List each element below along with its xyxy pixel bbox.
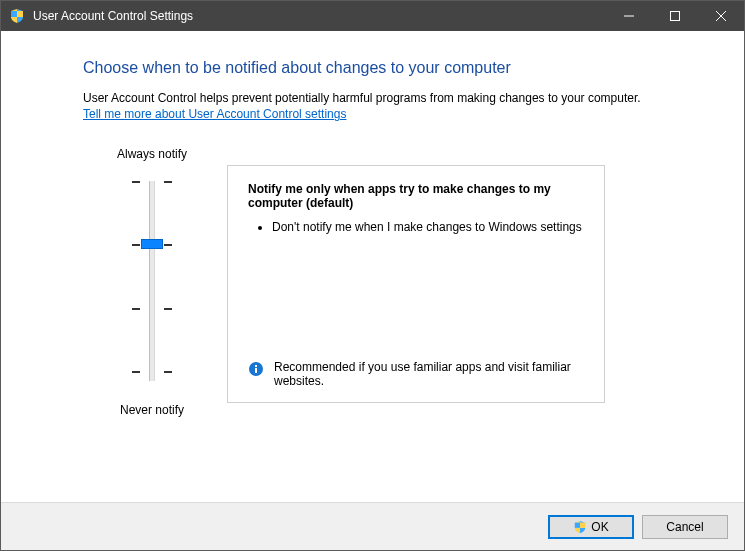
slider-tick — [132, 371, 172, 372]
slider-thumb[interactable] — [141, 239, 163, 249]
slider-tick — [132, 308, 172, 309]
page-description: User Account Control helps prevent poten… — [83, 91, 684, 105]
panel-title: Notify me only when apps try to make cha… — [248, 182, 584, 210]
uac-shield-icon — [573, 520, 587, 534]
slider-label-top: Always notify — [117, 147, 187, 161]
close-button[interactable] — [698, 1, 744, 31]
titlebar[interactable]: User Account Control Settings — [1, 1, 744, 31]
slider-tick — [132, 181, 172, 182]
panel-bullet: Don't notify me when I make changes to W… — [272, 220, 584, 234]
svg-rect-1 — [671, 12, 680, 21]
info-icon — [248, 361, 264, 377]
dialog-footer: OK Cancel — [1, 502, 744, 550]
maximize-button[interactable] — [652, 1, 698, 31]
panel-recommendation: Recommended if you use familiar apps and… — [248, 360, 584, 388]
slider-track — [149, 181, 155, 381]
window-title: User Account Control Settings — [33, 9, 193, 23]
svg-rect-5 — [255, 368, 257, 373]
learn-more-link[interactable]: Tell me more about User Account Control … — [83, 107, 346, 121]
panel-top: Notify me only when apps try to make cha… — [248, 182, 584, 238]
ok-button[interactable]: OK — [548, 515, 634, 539]
notification-info-panel: Notify me only when apps try to make cha… — [227, 165, 605, 403]
slider-column: Always notify Never notify — [97, 147, 207, 417]
content-area: Choose when to be notified about changes… — [1, 31, 744, 502]
uac-shield-icon — [9, 8, 25, 24]
cancel-button[interactable]: Cancel — [642, 515, 728, 539]
slider-area: Always notify Never notify Notify me onl… — [97, 147, 684, 417]
page-heading: Choose when to be notified about changes… — [83, 59, 684, 77]
uac-settings-window: User Account Control Settings Choose whe… — [0, 0, 745, 551]
svg-rect-6 — [255, 365, 257, 367]
cancel-button-label: Cancel — [666, 520, 703, 534]
minimize-button[interactable] — [606, 1, 652, 31]
notification-slider[interactable] — [122, 171, 182, 391]
slider-label-bottom: Never notify — [120, 403, 184, 417]
panel-bullet-list: Don't notify me when I make changes to W… — [256, 220, 584, 234]
ok-button-label: OK — [591, 520, 608, 534]
panel-recommendation-text: Recommended if you use familiar apps and… — [274, 360, 584, 388]
